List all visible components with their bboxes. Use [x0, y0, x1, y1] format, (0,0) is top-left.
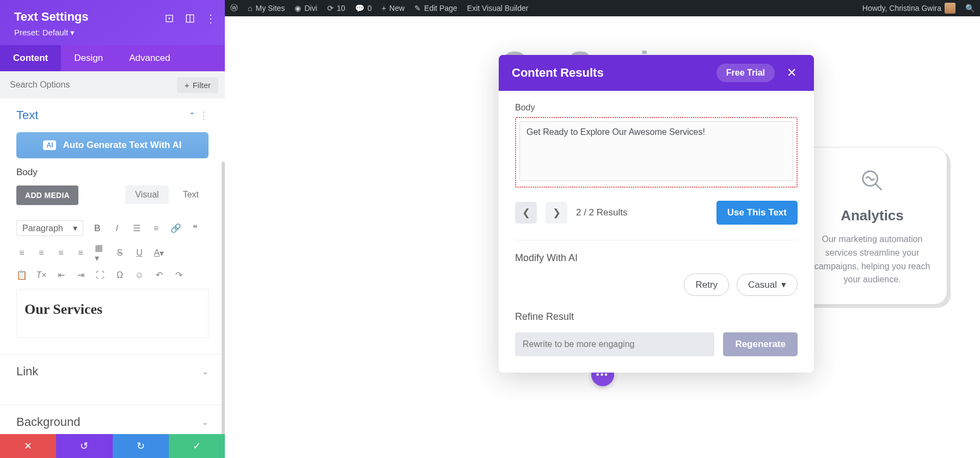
search-icon[interactable]: 🔍: [965, 4, 975, 13]
new-link[interactable]: +New: [382, 4, 405, 13]
prev-result-button[interactable]: ❮: [515, 202, 537, 224]
bullet-list-icon[interactable]: ☰: [131, 223, 142, 233]
paragraph-dropdown[interactable]: Paragraph▾: [16, 220, 83, 236]
refine-input[interactable]: [515, 332, 714, 356]
analytics-icon: [860, 168, 885, 193]
panel-header: Text Settings Preset: Default ▾ ⋮: [0, 0, 225, 45]
free-trial-button[interactable]: Free Trial: [716, 64, 775, 82]
refine-row: Regenerate: [515, 332, 798, 356]
chevron-down-icon: ⌄: [202, 367, 209, 376]
plus-icon: +: [185, 81, 189, 90]
section-text-title: Text: [16, 108, 38, 122]
site-link[interactable]: ◉Divi: [295, 4, 317, 13]
rich-text-toolbar: Paragraph▾ B I ☰ ≡ 🔗 ❝ ≡ ≡ ≡ ≡ ▦ ▾ S U A…: [0, 212, 225, 283]
tab-design[interactable]: Design: [61, 45, 116, 71]
updates-link[interactable]: ⟳10: [327, 4, 346, 13]
casual-label: Casual: [748, 280, 777, 290]
divider: [515, 240, 798, 240]
rich-text-editor[interactable]: Our Services: [16, 289, 209, 338]
align-justify-icon[interactable]: ≡: [75, 248, 86, 258]
redo-button[interactable]: ↻: [113, 434, 169, 458]
card-title: Analytics: [811, 207, 934, 224]
user-greeting[interactable]: Howdy, Christina Gwira: [862, 3, 955, 14]
outdent-icon[interactable]: ⇤: [56, 270, 66, 280]
refresh-icon: ⟳: [327, 4, 334, 13]
close-button[interactable]: ✕: [0, 434, 56, 458]
clear-format-icon[interactable]: T×: [36, 270, 47, 280]
modal-title: Content Results: [512, 66, 716, 80]
align-left-icon[interactable]: ≡: [16, 248, 27, 258]
expand-icon[interactable]: [161, 10, 178, 27]
undo-icon[interactable]: ↶: [154, 270, 164, 280]
search-options-bar: +Filter: [0, 71, 225, 98]
editor-text-tab[interactable]: Text: [173, 185, 209, 204]
chevron-down-icon: ⌄: [202, 418, 209, 426]
redo-icon[interactable]: ↷: [173, 270, 184, 280]
card-desc: Our marketing automation services stream…: [811, 233, 934, 287]
fullscreen-icon[interactable]: ⛶: [95, 270, 106, 280]
body-label: Body: [0, 167, 225, 178]
undo-button[interactable]: ↺: [56, 434, 112, 458]
filter-button[interactable]: +Filter: [177, 77, 218, 93]
ai-badge-icon: AI: [43, 140, 56, 150]
editor-visual-tab[interactable]: Visual: [125, 185, 168, 204]
text-color-icon[interactable]: A ▾: [154, 248, 164, 258]
caret-down-icon: ▾: [73, 223, 77, 233]
modal-header: Content Results Free Trial ✕: [499, 55, 814, 91]
section-link-title: Link: [16, 364, 38, 379]
table-icon[interactable]: ▦ ▾: [95, 243, 106, 263]
layout-icon[interactable]: [181, 10, 199, 27]
bold-icon[interactable]: B: [92, 224, 103, 233]
underline-icon[interactable]: U: [134, 248, 145, 258]
filter-label: Filter: [193, 81, 211, 90]
align-center-icon[interactable]: ≡: [36, 248, 47, 258]
paste-icon[interactable]: 📋: [16, 270, 27, 280]
use-this-text-button[interactable]: Use This Text: [716, 201, 798, 225]
preset-selector[interactable]: Preset: Default ▾: [14, 28, 211, 38]
gauge-icon: ◉: [295, 4, 301, 13]
panel-footer-actions: ✕ ↺ ↻ ✓: [0, 434, 225, 458]
quote-icon[interactable]: ❝: [190, 223, 201, 233]
refine-result-label: Refine Result: [515, 311, 798, 323]
regenerate-button[interactable]: Regenerate: [723, 332, 798, 356]
add-media-button[interactable]: ADD MEDIA: [16, 185, 78, 205]
wp-logo-icon[interactable]: ⓦ: [230, 3, 238, 13]
text-settings-panel: Text Settings Preset: Default ▾ ⋮ Conten…: [0, 0, 225, 458]
close-icon[interactable]: ✕: [782, 64, 801, 82]
casual-chip[interactable]: Casual▾: [737, 274, 798, 296]
result-textarea[interactable]: [519, 121, 793, 181]
save-button[interactable]: ✓: [169, 434, 225, 458]
caret-down-icon: ▾: [70, 28, 75, 37]
more-icon[interactable]: ⋮: [202, 10, 219, 27]
emoji-icon[interactable]: ☺: [134, 270, 145, 280]
auto-generate-ai-button[interactable]: AI Auto Generate Text With AI: [16, 132, 209, 158]
special-char-icon[interactable]: Ω: [114, 270, 125, 280]
exit-visual-builder-link[interactable]: Exit Visual Builder: [467, 4, 529, 13]
avatar: [945, 3, 955, 14]
indent-icon[interactable]: ⇥: [75, 270, 86, 280]
my-sites-link[interactable]: ⌂My Sites: [248, 4, 285, 13]
body-result-label: Body: [515, 103, 798, 113]
comments-link[interactable]: 💬0: [355, 4, 372, 13]
plus-icon: +: [382, 4, 386, 13]
section-more-icon[interactable]: ⋮: [199, 109, 209, 121]
retry-chip[interactable]: Retry: [684, 274, 729, 296]
tab-content[interactable]: Content: [0, 45, 61, 71]
next-result-button[interactable]: ❯: [546, 202, 567, 224]
greeting-text: Howdy, Christina Gwira: [862, 4, 941, 13]
align-right-icon[interactable]: ≡: [56, 248, 66, 258]
site-name-label: Divi: [304, 4, 317, 13]
pencil-icon: ✎: [414, 4, 421, 13]
content-results-modal: Content Results Free Trial ✕ Body ❮ ❯ 2 …: [499, 55, 814, 373]
edit-page-label: Edit Page: [424, 4, 457, 13]
edit-page-link[interactable]: ✎Edit Page: [414, 4, 457, 13]
italic-icon[interactable]: I: [112, 224, 122, 233]
svg-point-1: [169, 18, 170, 19]
tab-advanced[interactable]: Advanced: [116, 45, 183, 71]
search-options-input[interactable]: [7, 77, 173, 93]
strikethrough-icon[interactable]: S: [114, 248, 125, 258]
section-link-header[interactable]: Link ⌄: [0, 355, 225, 388]
number-list-icon[interactable]: ≡: [151, 224, 162, 233]
section-text-header[interactable]: Text ⌃⋮: [0, 98, 225, 132]
link-icon[interactable]: 🔗: [170, 223, 181, 233]
